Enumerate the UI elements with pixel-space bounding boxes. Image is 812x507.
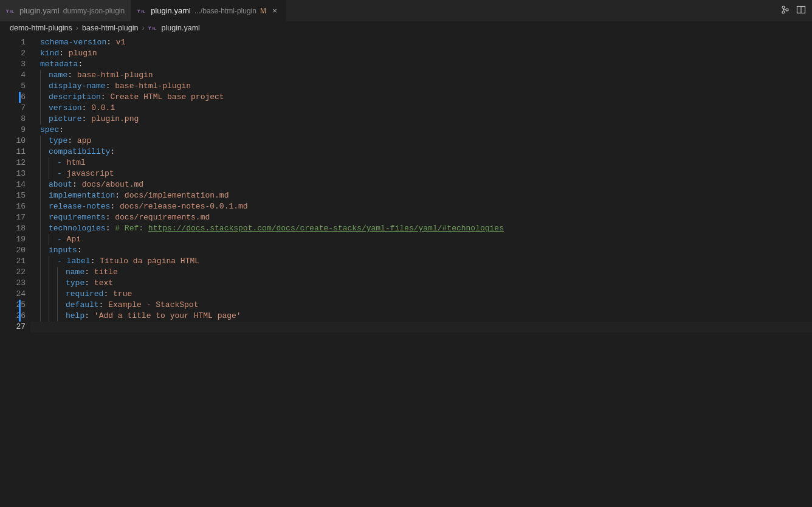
editor[interactable]: 1234567891011121314151617181920212223242… bbox=[0, 35, 812, 507]
yaml-icon: YML bbox=[148, 24, 158, 32]
breadcrumb: demo-html-plugins›base-html-plugin›YMLpl… bbox=[0, 21, 812, 35]
tab-filename: plugin.yaml bbox=[151, 6, 191, 15]
code-line[interactable]: inputs: bbox=[40, 245, 812, 256]
token-col: : bbox=[106, 213, 115, 222]
code-line[interactable]: - Api bbox=[40, 234, 812, 245]
code-line[interactable]: about: docs/about.md bbox=[40, 179, 812, 190]
line-number: 5 bbox=[0, 81, 26, 92]
tab-modified-badge: M bbox=[260, 7, 266, 15]
line-number: 11 bbox=[0, 147, 26, 157]
token-col: : bbox=[78, 60, 83, 69]
token-key: required bbox=[66, 289, 103, 298]
tab-bar: YMLplugin.yamldummy-json-pluginYMLplugin… bbox=[0, 0, 812, 21]
line-number: 27 bbox=[0, 322, 26, 333]
code-line[interactable]: display-name: base-html-plugin bbox=[40, 81, 812, 92]
token-key: technologies bbox=[49, 224, 106, 233]
token-col: : bbox=[115, 191, 125, 200]
line-number: 26 bbox=[0, 311, 26, 322]
token-str: app bbox=[77, 136, 91, 145]
token-str: 0.0.1 bbox=[91, 103, 115, 112]
svg-text:ML: ML bbox=[142, 10, 146, 13]
code-line[interactable]: version: 0.0.1 bbox=[40, 103, 812, 114]
token-key: schema-version bbox=[40, 38, 106, 47]
line-number: 21 bbox=[0, 256, 26, 267]
code-line[interactable] bbox=[40, 322, 812, 333]
yaml-icon: YML bbox=[137, 7, 147, 15]
line-number: 12 bbox=[0, 157, 26, 168]
token-col: : bbox=[110, 147, 115, 156]
tab-1[interactable]: YMLplugin.yaml.../base-html-pluginM× bbox=[131, 0, 286, 21]
code-line[interactable]: requirements: docs/requirements.md bbox=[40, 212, 812, 223]
token-key: kind bbox=[40, 49, 59, 58]
token-str: docs/about.md bbox=[82, 180, 143, 189]
code-line[interactable]: implementation: docs/implementation.md bbox=[40, 190, 812, 201]
line-number: 16 bbox=[0, 201, 26, 212]
token-col: : bbox=[84, 267, 94, 277]
code-line[interactable]: schema-version: v1 bbox=[40, 37, 812, 48]
token-col: : bbox=[91, 257, 100, 266]
code-line[interactable]: type: text bbox=[40, 278, 812, 289]
breadcrumb-part[interactable]: demo-html-plugins bbox=[10, 24, 72, 32]
close-icon[interactable]: × bbox=[270, 6, 280, 15]
tab-directory: .../base-html-plugin bbox=[194, 7, 256, 15]
chevron-right-icon: › bbox=[76, 24, 78, 32]
code-line[interactable]: name: title bbox=[40, 267, 812, 278]
line-number: 18 bbox=[0, 223, 26, 234]
token-str: Api bbox=[67, 235, 81, 244]
code-line[interactable]: metadata: bbox=[40, 59, 812, 70]
split-editor-icon[interactable] bbox=[796, 5, 806, 17]
token-col: : bbox=[59, 125, 64, 134]
code-line[interactable]: type: app bbox=[40, 136, 812, 147]
code-line[interactable]: required: true bbox=[40, 289, 812, 300]
token-dash: - bbox=[57, 158, 67, 167]
token-key: name bbox=[66, 267, 84, 277]
line-number: 4 bbox=[0, 70, 26, 81]
token-col: : bbox=[84, 311, 94, 320]
token-col: : bbox=[82, 103, 92, 112]
line-number: 15 bbox=[0, 190, 26, 201]
line-number: 8 bbox=[0, 114, 26, 125]
line-number: 7 bbox=[0, 103, 26, 114]
line-number: 20 bbox=[0, 245, 26, 256]
code-line[interactable]: name: base-html-plugin bbox=[40, 70, 812, 81]
token-str: base-html-plugin bbox=[77, 71, 153, 80]
code-line[interactable]: - label: Título da página HTML bbox=[40, 256, 812, 267]
line-number: 25 bbox=[0, 300, 26, 311]
breadcrumb-part[interactable]: plugin.yaml bbox=[162, 24, 200, 32]
token-col: : bbox=[106, 38, 116, 47]
code-line[interactable]: default: Example - StackSpot bbox=[40, 300, 812, 311]
line-number: 9 bbox=[0, 125, 26, 136]
token-col: : bbox=[99, 300, 109, 309]
chevron-right-icon: › bbox=[142, 24, 144, 32]
token-key: compatibility bbox=[49, 147, 110, 156]
token-str: 'Add a title to your HTML page' bbox=[94, 311, 241, 320]
token-key: type bbox=[66, 278, 84, 288]
token-col: : bbox=[82, 114, 92, 123]
token-key: inputs bbox=[49, 246, 77, 255]
token-col: : bbox=[106, 81, 115, 91]
code-line[interactable]: spec: bbox=[40, 125, 812, 136]
code-line[interactable]: technologies: # Ref: https://docs.stacks… bbox=[40, 223, 812, 234]
code-line[interactable]: kind: plugin bbox=[40, 48, 812, 59]
code-line[interactable]: help: 'Add a title to your HTML page' bbox=[40, 311, 812, 322]
svg-text:Y: Y bbox=[148, 26, 151, 31]
code-area[interactable]: schema-version: v1kind: pluginmetadata:n… bbox=[30, 35, 812, 507]
svg-text:ML: ML bbox=[10, 10, 14, 13]
compare-changes-icon[interactable] bbox=[780, 5, 790, 17]
code-line[interactable]: - html bbox=[40, 157, 812, 168]
line-number: 3 bbox=[0, 59, 26, 70]
line-number-gutter: 1234567891011121314151617181920212223242… bbox=[0, 35, 30, 507]
tabbar-actions bbox=[774, 0, 812, 21]
token-str: javascript bbox=[67, 169, 114, 178]
line-number: 14 bbox=[0, 179, 26, 190]
svg-text:Y: Y bbox=[6, 9, 9, 14]
tab-0[interactable]: YMLplugin.yamldummy-json-plugin bbox=[0, 0, 131, 21]
code-line[interactable]: - javascript bbox=[40, 168, 812, 179]
code-line[interactable]: compatibility: bbox=[40, 147, 812, 157]
code-line[interactable]: description: Create HTML base project bbox=[40, 92, 812, 103]
token-col: : bbox=[59, 49, 69, 58]
code-line[interactable]: picture: plugin.png bbox=[40, 114, 812, 125]
breadcrumb-part[interactable]: base-html-plugin bbox=[82, 24, 138, 32]
line-number: 10 bbox=[0, 136, 26, 147]
code-line[interactable]: release-notes: docs/release-notes-0.0.1.… bbox=[40, 201, 812, 212]
